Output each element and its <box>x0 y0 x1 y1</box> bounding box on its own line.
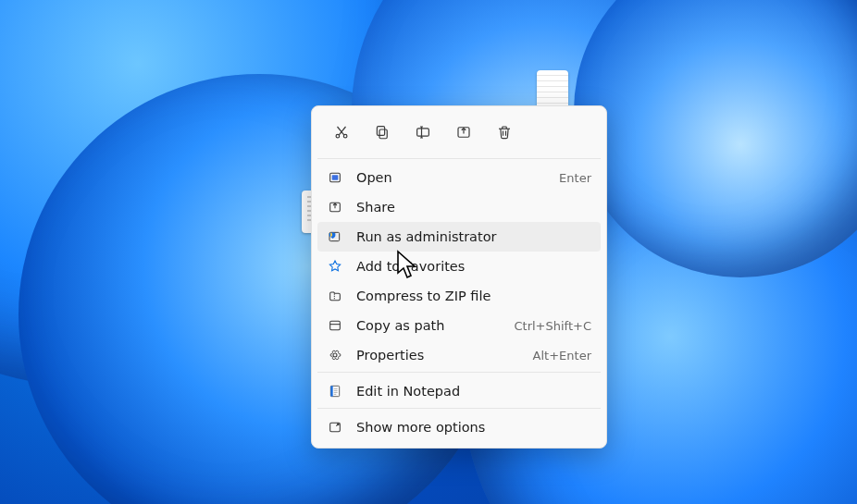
menu-item-label: Edit in Notepad <box>356 384 591 399</box>
menu-item-add-to-favorites[interactable]: Add to Favorites <box>317 252 601 281</box>
menu-separator <box>317 372 601 373</box>
menu-item-shortcut: Alt+Enter <box>533 349 591 363</box>
share-icon <box>455 124 472 141</box>
shield-admin-icon <box>327 228 343 245</box>
svg-point-1 <box>343 134 347 138</box>
menu-item-label: Compress to ZIP file <box>356 289 591 303</box>
menu-item-run-as-administrator[interactable]: Run as administrator <box>317 222 601 252</box>
zip-icon <box>327 288 343 304</box>
menu-item-properties[interactable]: Properties Alt+Enter <box>317 340 601 370</box>
menu-separator <box>317 158 601 159</box>
svg-rect-7 <box>332 175 339 179</box>
svg-point-11 <box>333 353 337 357</box>
more-options-icon <box>327 419 343 436</box>
svg-rect-3 <box>377 127 384 136</box>
share-icon <box>327 199 343 215</box>
copy-as-path-icon <box>327 317 343 334</box>
menu-item-show-more-options[interactable]: Show more options <box>317 412 601 442</box>
copy-icon <box>374 124 391 141</box>
menu-item-label: Show more options <box>356 420 591 435</box>
svg-rect-10 <box>330 321 341 329</box>
menu-item-open[interactable]: Open Enter <box>317 163 601 192</box>
properties-icon <box>327 347 343 363</box>
menu-item-label: Add to Favorites <box>356 259 591 274</box>
menu-item-shortcut: Enter <box>559 171 591 185</box>
svg-point-0 <box>336 134 340 138</box>
menu-item-label: Properties <box>356 348 520 363</box>
menu-item-label: Open <box>356 170 546 185</box>
menu-item-shortcut: Ctrl+Shift+C <box>514 319 591 333</box>
delete-button[interactable] <box>484 116 525 149</box>
share-button[interactable] <box>443 116 484 149</box>
open-icon <box>327 169 343 186</box>
menu-item-label: Share <box>356 200 591 215</box>
svg-rect-2 <box>379 129 387 139</box>
cut-icon <box>333 124 350 141</box>
menu-separator <box>317 408 601 409</box>
trash-icon <box>496 124 513 141</box>
menu-item-label: Run as administrator <box>356 229 591 244</box>
star-icon <box>327 258 343 275</box>
menu-item-edit-in-notepad[interactable]: Edit in Notepad <box>317 376 601 406</box>
svg-rect-4 <box>417 129 429 136</box>
menu-item-compress-zip[interactable]: Compress to ZIP file <box>317 281 601 311</box>
notepad-icon <box>327 383 343 400</box>
rename-button[interactable] <box>403 116 443 149</box>
menu-item-label: Copy as path <box>356 318 501 333</box>
cut-button[interactable] <box>321 116 362 149</box>
menu-item-share[interactable]: Share <box>317 192 601 222</box>
context-menu: Open Enter Share Run as administrator <box>311 105 607 449</box>
menu-item-copy-as-path[interactable]: Copy as path Ctrl+Shift+C <box>317 311 601 340</box>
rename-icon <box>415 124 431 141</box>
copy-button[interactable] <box>362 116 403 149</box>
context-menu-action-row <box>317 112 601 156</box>
svg-rect-13 <box>330 386 332 396</box>
